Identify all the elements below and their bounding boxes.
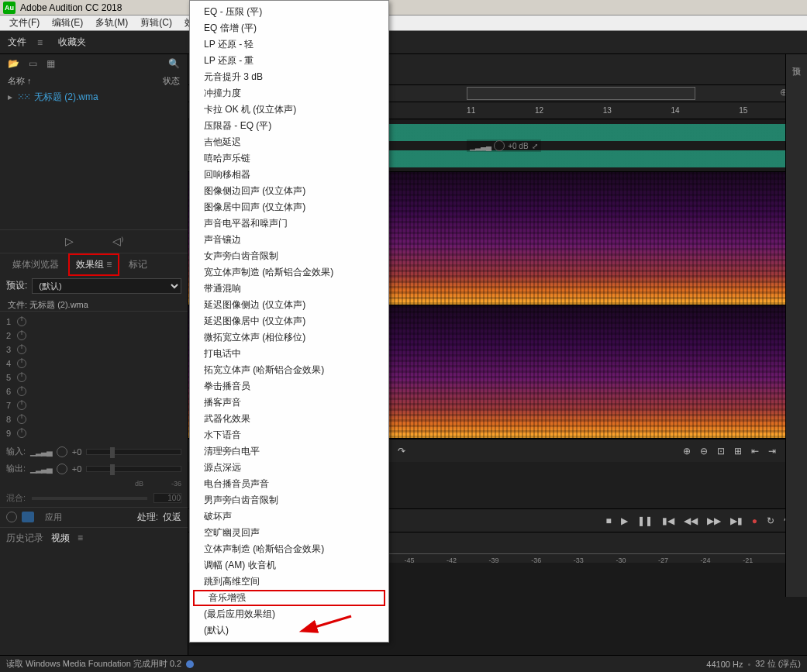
power-toggle[interactable] xyxy=(6,512,17,522)
effect-slot-9[interactable]: 9 xyxy=(0,426,188,440)
apply-button[interactable]: 应用 xyxy=(39,510,68,525)
file-row[interactable]: ▸ ⁙⁙ 无标题 (2).wma xyxy=(0,88,188,105)
search-icon[interactable]: 🔍 xyxy=(168,58,180,69)
preset-menu-item[interactable]: 延迟图像居中 (仅立体声) xyxy=(190,313,388,329)
forward-button-2[interactable]: ▶▶ xyxy=(707,515,721,526)
effect-slot-2[interactable]: 2 xyxy=(0,329,188,343)
video-panel-menu-icon[interactable]: ≡ xyxy=(78,532,83,543)
preset-menu-item[interactable]: EQ 倍增 (平) xyxy=(190,20,388,36)
menu-file[interactable]: 文件(F) xyxy=(3,16,46,29)
menu-clip[interactable]: 剪辑(C) xyxy=(134,16,178,29)
input-knob[interactable] xyxy=(57,446,67,457)
slot-power-icon[interactable] xyxy=(17,429,26,438)
output-fader[interactable] xyxy=(86,466,181,472)
preset-menu-item[interactable]: 女声旁白齿音限制 xyxy=(190,248,388,264)
preset-menu-item[interactable]: 拳击播音员 xyxy=(190,378,388,395)
preset-menu-item[interactable]: 带通混响 xyxy=(190,281,388,297)
effect-slot-6[interactable]: 6 xyxy=(0,384,188,398)
record-file-icon[interactable]: ▭ xyxy=(29,58,37,69)
skip-button[interactable]: ↷ xyxy=(398,446,405,457)
preset-menu-item[interactable]: 吉他延迟 xyxy=(190,134,388,150)
slot-power-icon[interactable] xyxy=(17,359,26,368)
preset-menu-item[interactable]: 回响移相器 xyxy=(190,167,388,183)
slot-power-icon[interactable] xyxy=(17,401,26,410)
preset-menu-item[interactable]: 延迟图像侧边 (仅立体声) xyxy=(190,297,388,313)
tab-video[interactable]: 视频 xyxy=(51,532,70,545)
mix-value[interactable] xyxy=(153,493,181,503)
menu-multitrack[interactable]: 多轨(M) xyxy=(89,16,134,29)
open-file-icon[interactable]: 📂 xyxy=(8,58,19,69)
slot-power-icon[interactable] xyxy=(17,317,26,326)
go-end-button-2[interactable]: ▶▮ xyxy=(730,515,743,526)
zoom-out-icon[interactable]: ⊖ xyxy=(700,446,708,457)
slot-power-icon[interactable] xyxy=(17,415,26,424)
volume-handle-icon[interactable]: ⤢ xyxy=(532,142,538,150)
right-collapsed-panel[interactable]: 预设 xyxy=(785,54,807,597)
stop-button-2[interactable]: ■ xyxy=(606,515,612,526)
effect-slot-1[interactable]: 1 xyxy=(0,315,188,329)
favorites-tab[interactable]: 收藏夹 xyxy=(58,36,86,49)
zoom-in-icon[interactable]: ⊕ xyxy=(683,446,691,457)
preset-menu-item[interactable]: 武器化效果 xyxy=(190,411,388,427)
zoom-sel-icon[interactable]: ⊞ xyxy=(734,446,742,457)
preset-menu-item[interactable]: EQ - 压限 (平) xyxy=(190,4,388,20)
preset-menu-item[interactable]: 声音电平器和噪声门 xyxy=(190,215,388,232)
preset-menu-item[interactable]: 嘻哈声乐链 xyxy=(190,150,388,167)
effect-slot-3[interactable]: 3 xyxy=(0,343,188,357)
preset-menu-item[interactable]: 卡拉 OK 机 (仅立体声) xyxy=(190,102,388,118)
preset-menu-item[interactable]: 音乐增强 xyxy=(193,590,385,606)
preset-menu-item[interactable]: 声音镶边 xyxy=(190,232,388,248)
preset-menu-item[interactable]: LP 还原 - 轻 xyxy=(190,36,388,53)
process-mode[interactable]: 仅返 xyxy=(163,511,181,524)
preset-menu-item[interactable]: 图像侧边回声 (仅立体声) xyxy=(190,183,388,199)
tab-media-browser[interactable]: 媒体浏览器 xyxy=(6,255,65,274)
preset-menu-item[interactable]: 元音提升 3 dB xyxy=(190,69,388,85)
list-view-icon[interactable] xyxy=(22,512,34,522)
input-fader[interactable] xyxy=(86,449,181,455)
preset-menu-item[interactable]: 微拓宽立体声 (相位移位) xyxy=(190,329,388,346)
preset-menu-item[interactable]: 男声旁白齿音限制 xyxy=(190,492,388,508)
slot-power-icon[interactable] xyxy=(17,387,26,396)
zoom-out-time-icon[interactable]: ⇥ xyxy=(768,446,776,457)
output-knob[interactable] xyxy=(57,464,67,474)
rewind-button-2[interactable]: ◀◀ xyxy=(684,515,698,526)
preset-menu-item[interactable]: 源点深远 xyxy=(190,460,388,476)
preset-menu-item[interactable]: 水下语音 xyxy=(190,427,388,443)
preset-menu-item[interactable]: 宽立体声制造 (哈斯铝合金效果) xyxy=(190,264,388,281)
preset-menu-item[interactable]: 图像居中回声 (仅立体声) xyxy=(190,199,388,215)
name-column[interactable]: 名称 ↑ xyxy=(8,75,32,87)
loop-button-2[interactable]: ↻ xyxy=(767,515,774,526)
pause-button-2[interactable]: ❚❚ xyxy=(637,515,653,526)
preset-menu-item[interactable]: 拓宽立体声 (哈斯铝合金效果) xyxy=(190,362,388,378)
preset-select[interactable]: (默认) xyxy=(32,278,181,294)
tab-markers[interactable]: 标记 xyxy=(122,255,153,274)
panel-menu-icon[interactable]: ≡ xyxy=(37,37,43,48)
menu-edit[interactable]: 编辑(E) xyxy=(46,16,89,29)
preset-menu-item[interactable]: 打电话中 xyxy=(190,346,388,362)
status-column[interactable]: 状态 xyxy=(163,75,180,87)
files-tab[interactable]: 文件 xyxy=(8,36,26,49)
mix-slider[interactable] xyxy=(32,497,147,500)
slot-power-icon[interactable] xyxy=(17,345,26,354)
preset-menu-item[interactable]: 播客声音 xyxy=(190,395,388,411)
preset-menu-item[interactable]: 电台播音员声音 xyxy=(190,476,388,492)
slot-power-icon[interactable] xyxy=(17,331,26,340)
effect-slot-7[interactable]: 7 xyxy=(0,398,188,412)
play-icon[interactable]: ▷ xyxy=(65,235,74,247)
preset-menu-item[interactable]: 冲撞力度 xyxy=(190,85,388,102)
preset-menu-item[interactable]: 压限器 - EQ (平) xyxy=(190,118,388,134)
zoom-full-icon[interactable]: ⊡ xyxy=(717,446,725,457)
preset-menu-item[interactable]: (默认) xyxy=(190,622,388,639)
zoom-in-time-icon[interactable]: ⇤ xyxy=(751,446,759,457)
volume-indicator[interactable]: ▁▂▃▄ +0 dB ⤢ xyxy=(467,140,541,152)
preset-menu-item[interactable]: 清理旁白电平 xyxy=(190,443,388,460)
play-button-2[interactable]: ▶ xyxy=(621,515,628,526)
effect-slot-5[interactable]: 5 xyxy=(0,370,188,384)
preset-menu-item[interactable]: 立体声制造 (哈斯铝合金效果) xyxy=(190,541,388,557)
effect-slot-4[interactable]: 4 xyxy=(0,357,188,370)
expand-icon[interactable]: ▸ xyxy=(8,91,12,102)
auto-play-icon[interactable]: ◁⁾ xyxy=(112,235,123,247)
preset-menu-item[interactable]: LP 还原 - 重 xyxy=(190,53,388,69)
tab-effects-rack[interactable]: 效果组 ≡ xyxy=(68,253,119,276)
record-button-2[interactable]: ● xyxy=(752,515,757,526)
